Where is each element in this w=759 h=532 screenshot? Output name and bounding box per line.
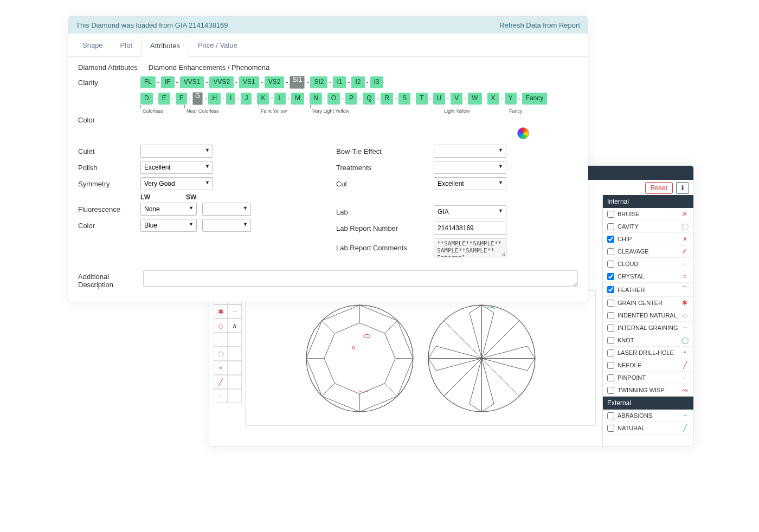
palette-tool[interactable]: ✱ <box>214 304 228 319</box>
checklist-item[interactable]: NATURAL╱ <box>603 422 693 434</box>
clarity-grade-SI2[interactable]: SI2 <box>310 76 327 88</box>
bowtie-select[interactable] <box>434 145 506 158</box>
fl-color-lw-select[interactable]: Blue <box>140 219 197 232</box>
checklist-item[interactable]: INDENTED NATURAL◇ <box>603 309 693 322</box>
clarity-grade-I2[interactable]: I2 <box>351 76 364 88</box>
diamond-plot-area[interactable]: o <box>245 290 596 426</box>
palette-tool[interactable] <box>228 361 242 375</box>
reset-button[interactable]: Reset <box>645 182 673 194</box>
palette-tool[interactable]: ╱ <box>214 375 228 389</box>
clarity-grade-FL[interactable]: FL <box>140 76 156 88</box>
inclusion-checkbox[interactable] <box>607 412 614 419</box>
checklist-item[interactable]: KNOT◯ <box>603 334 693 347</box>
inclusion-checkbox[interactable] <box>607 261 614 268</box>
symmetry-select[interactable]: Very Good <box>140 177 213 190</box>
inclusion-checkbox[interactable] <box>607 387 614 394</box>
inclusion-checkbox[interactable] <box>607 286 614 293</box>
inclusion-checkbox[interactable] <box>607 325 614 332</box>
clarity-grade-IF[interactable]: IF <box>161 76 175 88</box>
clarity-grade-VVS2[interactable]: VVS2 <box>209 76 234 88</box>
treatments-select[interactable] <box>434 161 506 174</box>
color-grade-V[interactable]: V <box>451 93 462 104</box>
tab-price-value[interactable]: Price / Value <box>189 36 246 56</box>
color-grade-I[interactable]: I <box>226 93 235 104</box>
color-grade-R[interactable]: R <box>381 93 393 104</box>
color-grade-S[interactable]: S <box>398 93 410 104</box>
tab-plot[interactable]: Plot <box>112 36 141 56</box>
checklist-item[interactable]: PINPOINT· <box>603 372 693 384</box>
color-grade-Q[interactable]: Q <box>363 93 375 104</box>
inclusion-checkbox[interactable] <box>607 312 614 319</box>
fancy-color-wheel-icon[interactable] <box>517 127 529 139</box>
clarity-grade-I1[interactable]: I1 <box>333 76 346 88</box>
checklist-item[interactable]: CRYSTAL○ <box>603 270 693 283</box>
clarity-grade-I3[interactable]: I3 <box>370 76 383 88</box>
clarity-grade-SI1[interactable]: SI1 <box>290 76 305 89</box>
inclusion-checkbox[interactable] <box>607 300 614 307</box>
tab-attributes[interactable]: Attributes <box>141 36 189 57</box>
additional-description-textarea[interactable] <box>143 270 578 287</box>
palette-tool[interactable]: ◇ <box>214 319 228 333</box>
checklist-item[interactable]: LASER DRILL-HOLE• <box>603 347 693 359</box>
color-grade-J[interactable]: J <box>241 93 252 104</box>
inclusion-checkbox[interactable] <box>607 425 614 432</box>
checklist-item[interactable]: CLEAVAGE⁄⁄ <box>603 245 693 258</box>
color-grade-O[interactable]: O <box>327 93 340 104</box>
checklist-item[interactable]: TWINNING WISP↝ <box>603 384 693 397</box>
inclusion-checkbox[interactable] <box>607 236 614 243</box>
palette-tool[interactable]: • <box>214 361 228 375</box>
inclusion-checkbox[interactable] <box>607 337 614 344</box>
lab-report-number-input[interactable] <box>434 222 506 235</box>
palette-tool[interactable]: ∧ <box>228 319 242 333</box>
checklist-item[interactable]: CAVITY◯ <box>603 220 693 233</box>
color-grade-W[interactable]: W <box>468 93 481 104</box>
inclusion-checkbox[interactable] <box>607 362 614 369</box>
inclusion-checkbox[interactable] <box>607 211 614 218</box>
refresh-link[interactable]: Refresh Data from Report <box>499 21 580 29</box>
fl-color-sw-select[interactable] <box>202 219 251 232</box>
palette-tool[interactable]: · <box>214 389 228 403</box>
color-grade-Y[interactable]: Y <box>505 93 517 104</box>
checklist-item[interactable]: GRAIN CENTER✱ <box>603 297 693 309</box>
palette-tool[interactable] <box>228 347 242 361</box>
download-button[interactable]: ⬇ <box>676 182 689 194</box>
clarity-grade-VVS1[interactable]: VVS1 <box>180 76 204 88</box>
lab-report-comments-textarea[interactable] <box>434 238 506 257</box>
color-grade-G[interactable]: G <box>192 92 203 105</box>
checklist-item[interactable]: CHIP∧ <box>603 233 693 245</box>
color-grade-U[interactable]: U <box>433 93 446 104</box>
checklist-item[interactable]: ABRASIONS┈ <box>603 410 693 422</box>
color-grade-L[interactable]: L <box>274 93 286 104</box>
palette-tool[interactable] <box>228 375 242 389</box>
color-grade-M[interactable]: M <box>291 93 304 104</box>
inclusion-checkbox[interactable] <box>607 273 614 280</box>
palette-tool[interactable] <box>228 389 242 403</box>
checklist-item[interactable]: FEATHER⌒ <box>603 283 693 297</box>
color-grade-X[interactable]: X <box>487 93 499 104</box>
subtab-attributes[interactable]: Diamond Attributes <box>78 63 138 72</box>
color-grade-Fancy[interactable]: Fancy <box>522 93 548 104</box>
color-grade-K[interactable]: K <box>257 93 269 104</box>
checklist-item[interactable]: NEEDLE╱ <box>603 359 693 372</box>
checklist-item[interactable]: BRUISE✕ <box>603 208 693 220</box>
color-grade-N[interactable]: N <box>310 93 322 104</box>
palette-tool[interactable] <box>228 333 242 347</box>
clarity-grade-VS1[interactable]: VS1 <box>239 76 259 88</box>
color-grade-F[interactable]: F <box>176 93 187 104</box>
palette-tool[interactable]: ⬠ <box>214 347 228 361</box>
lab-select[interactable]: GIA <box>434 205 506 218</box>
inclusion-checkbox[interactable] <box>607 248 614 255</box>
color-grade-E[interactable]: E <box>158 93 170 104</box>
subtab-enhancements[interactable]: Diamond Enhancements / Phenomena <box>149 63 269 72</box>
clarity-grade-VS2[interactable]: VS2 <box>265 76 285 88</box>
color-grade-P[interactable]: P <box>345 93 357 104</box>
tab-shape[interactable]: Shape <box>74 36 112 56</box>
palette-tool[interactable]: ┈ <box>214 333 228 347</box>
color-grade-D[interactable]: D <box>140 93 153 104</box>
inclusion-checkbox[interactable] <box>607 349 614 356</box>
polish-select[interactable]: Excellent <box>140 161 213 174</box>
palette-tool[interactable]: ┈ <box>228 304 242 319</box>
fluorescence-sw-select[interactable] <box>202 203 251 216</box>
inclusion-checkbox[interactable] <box>607 374 614 381</box>
inclusion-checkbox[interactable] <box>607 223 614 230</box>
